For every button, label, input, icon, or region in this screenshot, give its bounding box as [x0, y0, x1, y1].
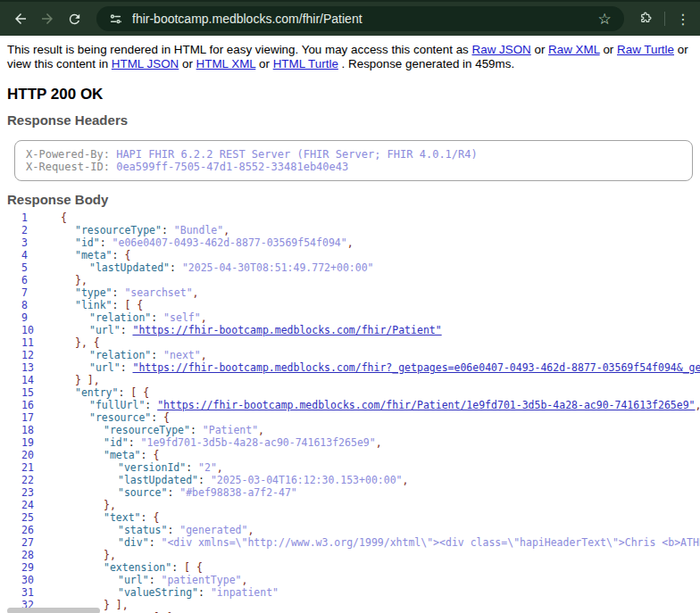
json-punctuation: : [129, 436, 141, 449]
extensions-button[interactable] [633, 6, 658, 31]
json-punctuation: { [153, 449, 159, 461]
code-line: 15"entry": [ { [0, 386, 700, 399]
json-key: "versionId" [118, 461, 186, 474]
response-headers-box: X-Powered-By: HAPI FHIR 6.2.2 REST Serve… [14, 140, 693, 181]
json-punctuation: , [217, 461, 223, 474]
forward-button[interactable] [34, 5, 61, 32]
format-link[interactable]: HTML JSON [112, 57, 179, 70]
json-punctuation: , [258, 424, 264, 436]
json-key: "valueString" [118, 586, 198, 599]
refresh-button[interactable] [61, 5, 88, 32]
json-key: "lastUpdated" [118, 474, 198, 486]
line-number: 20 [21, 449, 61, 461]
line-number: 25 [21, 511, 61, 524]
json-key: "relation" [89, 349, 151, 361]
code-url-link[interactable]: "https://fhir-bootcamp.medblocks.com/fhi… [132, 361, 700, 374]
json-punctuation: { [61, 211, 67, 224]
puzzle-icon [638, 10, 654, 29]
code-line: 2"resourceType": "Bundle", [0, 224, 700, 236]
line-number: 29 [21, 561, 61, 574]
code-line: 21"versionId": "2", [0, 461, 700, 474]
json-punctuation: : [170, 261, 182, 274]
json-punctuation: } ], [75, 374, 100, 386]
horizontal-scrollbar-thumb[interactable] [7, 608, 100, 613]
json-punctuation: : [100, 236, 112, 249]
json-punctuation: }, [75, 274, 88, 286]
code-line: 17"resource": { [0, 411, 700, 424]
json-punctuation: } ], [104, 599, 129, 611]
json-string: "Bundle" [174, 224, 223, 236]
json-punctuation: : [167, 524, 179, 536]
json-key: "meta" [75, 249, 112, 261]
code-line: 12"relation": "next", [0, 349, 700, 361]
response-body-heading: Response Body [7, 193, 693, 206]
json-punctuation: , [247, 524, 254, 536]
line-number: 17 [21, 411, 61, 424]
json-punctuation: : [145, 399, 157, 411]
format-link[interactable]: Raw JSON [472, 43, 531, 56]
response-header-line: X-Powered-By: HAPI FHIR 6.2.2 REST Serve… [26, 148, 681, 161]
json-punctuation: { [153, 511, 159, 524]
code-line: 19"id": "1e9fd701-3d5b-4a28-ac90-741613f… [0, 436, 700, 449]
json-punctuation: }, [104, 549, 116, 561]
json-string: "Patient" [203, 424, 258, 436]
line-number: 6 [21, 274, 61, 286]
response-header-line: X-Request-ID: 0ea599ff-7505-47d1-8552-33… [26, 161, 681, 173]
code-line: 28}, [0, 549, 700, 561]
json-key: "id" [75, 236, 100, 249]
response-headers-heading: Response Headers [7, 113, 693, 127]
format-link[interactable]: HTML Turtle [273, 57, 338, 70]
code-line: 24}, [0, 499, 700, 511]
site-info-icon[interactable] [105, 9, 125, 29]
url-bar[interactable]: fhir-bootcamp.medblocks.com/fhir/Patient… [96, 6, 624, 31]
json-punctuation: : [151, 311, 163, 324]
code-line: 18"resourceType": "Patient", [0, 424, 700, 436]
json-string: "searchset" [124, 286, 192, 299]
line-number: 9 [21, 311, 61, 324]
json-punctuation: { [163, 411, 170, 424]
browser-menu-button[interactable]: ⋮ [671, 7, 695, 30]
line-number: 5 [21, 261, 61, 274]
json-key: "url" [89, 324, 121, 336]
json-punctuation: : [186, 461, 198, 474]
json-key: "relation" [89, 311, 151, 324]
format-link[interactable]: Raw Turtle [617, 43, 674, 56]
line-number: 22 [21, 474, 61, 486]
line-number: 15 [21, 386, 61, 399]
line-number: 24 [21, 499, 61, 511]
json-punctuation: { [124, 249, 130, 261]
back-button[interactable] [7, 5, 34, 32]
code-url-link[interactable]: "https://fhir-bootcamp.medblocks.com/fhi… [132, 324, 441, 336]
json-key: "fullUrl" [89, 399, 145, 411]
json-punctuation: }, [104, 499, 116, 511]
browser-toolbar: fhir-bootcamp.medblocks.com/fhir/Patient… [0, 0, 700, 36]
code-line: 5"lastUpdated": "2025-04-30T08:51:49.772… [0, 261, 700, 274]
bookmark-star-icon[interactable]: ☆ [594, 8, 615, 29]
code-line: 1{ [0, 211, 700, 224]
json-punctuation: : [149, 574, 162, 586]
json-punctuation: : [190, 424, 203, 436]
json-string: "patientType" [161, 574, 241, 586]
line-number: 8 [21, 299, 61, 311]
refresh-icon [67, 12, 82, 27]
line-number: 31 [21, 586, 61, 599]
line-number: 12 [21, 349, 61, 361]
code-line: 13"url": "https://fhir-bootcamp.medblock… [0, 361, 700, 374]
json-punctuation: , [193, 286, 199, 299]
json-key: "link" [75, 299, 112, 311]
json-punctuation: : [198, 586, 211, 599]
code-url-link[interactable]: "https://fhir-bootcamp.medblocks.com/fhi… [157, 399, 695, 411]
json-punctuation: : [167, 486, 179, 499]
line-number: 23 [21, 486, 61, 499]
format-link[interactable]: Raw XML [548, 43, 600, 56]
format-link[interactable]: HTML XML [196, 57, 256, 70]
json-punctuation: [ { [184, 561, 203, 574]
json-key: "div" [118, 536, 149, 549]
line-number: 1 [21, 211, 61, 224]
url-text[interactable]: fhir-bootcamp.medblocks.com/fhir/Patient [132, 12, 594, 26]
render-notice: This result is being rendered in HTML fo… [7, 43, 693, 71]
json-punctuation: , [347, 236, 354, 249]
json-punctuation: [ { [124, 299, 143, 311]
code-line: 22"lastUpdated": "2025-03-04T16:12:30.15… [0, 474, 700, 486]
header-value: HAPI FHIR 6.2.2 REST Server (FHIR Server… [116, 148, 478, 161]
